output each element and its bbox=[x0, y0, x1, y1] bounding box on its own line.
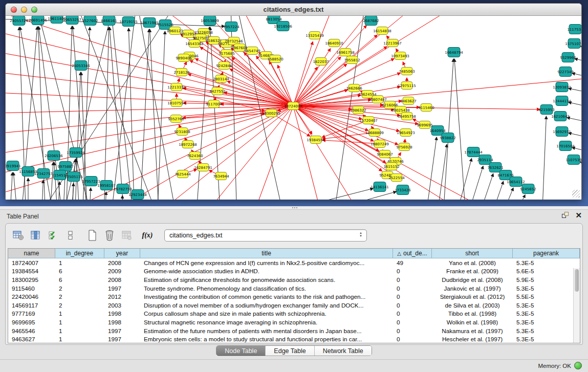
graph-node[interactable]: 9975887 bbox=[57, 162, 73, 171]
table-row[interactable]: 977716911998Corpus callosum shape and si… bbox=[8, 310, 580, 318]
graph-node[interactable]: 8215953 bbox=[538, 105, 554, 115]
graph-node[interactable]: 9117004 bbox=[206, 100, 222, 108]
network-view[interactable]: 2405572420691406196114061065325715276028… bbox=[6, 16, 581, 200]
graph-node[interactable]: 9084067 bbox=[377, 150, 393, 158]
graph-node[interactable]: 8427552 bbox=[209, 87, 225, 95]
graph-node[interactable]: 16154838 bbox=[373, 27, 391, 35]
column-header-pagerank[interactable]: pagerank bbox=[513, 249, 580, 258]
graph-node[interactable]: 10688809 bbox=[365, 129, 384, 137]
graph-node[interactable]: 12975115 bbox=[398, 82, 416, 90]
graph-node[interactable]: 7625444 bbox=[175, 170, 191, 178]
graph-node[interactable]: 12444134 bbox=[553, 96, 571, 106]
graph-node[interactable]: 15751074 bbox=[565, 39, 581, 49]
column-header-name[interactable]: name bbox=[8, 249, 55, 258]
graph-node[interactable]: 15692971 bbox=[553, 127, 571, 137]
graph-node[interactable]: 1107539 bbox=[565, 155, 581, 165]
table-mode-icon[interactable] bbox=[11, 228, 26, 243]
table-row[interactable]: 969969511998Structural magnetic resonanc… bbox=[8, 318, 580, 326]
window-resize-grip[interactable] bbox=[572, 190, 580, 198]
merge-icon[interactable] bbox=[63, 228, 78, 243]
table-row[interactable]: 1938455462009Genome-wide association stu… bbox=[8, 267, 580, 276]
network-window-titlebar[interactable]: citations_edges.txt bbox=[6, 4, 581, 16]
tab-edge-table[interactable]: Edge Table bbox=[266, 346, 314, 356]
graph-node[interactable]: 12213332 bbox=[167, 83, 186, 91]
graph-node[interactable]: 9756928 bbox=[396, 143, 412, 151]
graph-node[interactable]: 19654923 bbox=[397, 129, 415, 137]
graph-node[interactable]: 8466161 bbox=[101, 16, 117, 26]
vertical-scrollbar[interactable] bbox=[573, 268, 580, 343]
tab-network-table[interactable]: Network Table bbox=[315, 346, 372, 356]
column-header-in_degree[interactable]: in_degree bbox=[55, 249, 104, 258]
graph-node[interactable]: 7957224 bbox=[223, 22, 239, 32]
table-row[interactable]: 1872400712008Changes of HCN gene express… bbox=[8, 258, 580, 267]
graph-node[interactable]: 18107554 bbox=[167, 99, 186, 107]
graph-node[interactable]: 3919941 bbox=[6, 161, 21, 171]
graph-node[interactable]: 10671985 bbox=[140, 18, 159, 28]
graph-node[interactable]: 9175685 bbox=[219, 50, 234, 57]
select-rows-icon[interactable] bbox=[46, 228, 61, 243]
graph-node[interactable]: 10653257 bbox=[63, 16, 81, 25]
graph-node[interactable]: 1117534 bbox=[567, 25, 581, 34]
graph-node[interactable]: 1733426 bbox=[395, 185, 411, 195]
graph-node[interactable]: 9245652 bbox=[520, 184, 536, 194]
column-header-title[interactable]: title bbox=[140, 249, 393, 258]
graph-node[interactable]: 16210643 bbox=[551, 112, 570, 121]
float-panel-icon[interactable] bbox=[562, 212, 569, 219]
table-row[interactable]: 1830029562008Estimation of significance … bbox=[8, 275, 580, 284]
column-header-out_de[interactable]: △out_de... bbox=[393, 249, 432, 258]
graph-node[interactable]: 13325419 bbox=[306, 32, 324, 39]
graph-node[interactable]: 17016504 bbox=[556, 141, 575, 151]
graph-node[interactable]: 16053809 bbox=[201, 16, 219, 26]
graph-node[interactable]: 20206536 bbox=[45, 151, 63, 161]
graph-node[interactable]: 14136141 bbox=[371, 182, 389, 192]
show-columns-icon[interactable] bbox=[28, 228, 43, 243]
table-row[interactable]: 946362711997Embryonic stem cells: a mode… bbox=[8, 335, 580, 343]
graph-node[interactable]: 12093832 bbox=[553, 82, 571, 92]
graph-node[interactable]: 9115460 bbox=[418, 104, 434, 112]
graph-node[interactable]: 7634944 bbox=[213, 172, 229, 180]
graph-node[interactable]: 9242848 bbox=[216, 62, 232, 70]
graph-node[interactable]: 1822037 bbox=[313, 58, 329, 65]
column-header-short[interactable]: short bbox=[432, 249, 513, 258]
graph-node[interactable]: 20691406 bbox=[29, 16, 47, 25]
graph-node[interactable]: 7485063 bbox=[399, 68, 415, 75]
graph-node[interactable]: 7955812 bbox=[344, 56, 360, 64]
graph-node[interactable]: 9329966 bbox=[560, 53, 576, 62]
table-row[interactable]: 911546021997Tourette syndrome. Phenomeno… bbox=[8, 284, 580, 293]
graph-node[interactable]: 16284791 bbox=[194, 164, 212, 171]
new-column-icon[interactable] bbox=[84, 228, 100, 243]
table-row[interactable]: 2242004622012Investigating the contribut… bbox=[8, 292, 580, 301]
column-header-year[interactable]: year bbox=[104, 249, 140, 258]
graph-node[interactable]: 9227349 bbox=[557, 67, 573, 77]
graph-node[interactable]: 9938822 bbox=[440, 133, 455, 143]
graph-node[interactable]: 10973493 bbox=[391, 52, 409, 60]
graph-node[interactable]: 24055724 bbox=[10, 16, 28, 26]
import-table-icon[interactable] bbox=[119, 228, 135, 243]
graph-node[interactable]: 1527602 bbox=[82, 16, 98, 26]
graph-node[interactable]: 7624360 bbox=[187, 152, 203, 160]
scrollbar-thumb[interactable] bbox=[575, 269, 579, 292]
memory-status-indicator[interactable] bbox=[574, 362, 582, 369]
graph-node[interactable]: 25053346 bbox=[72, 61, 90, 71]
graph-node[interactable]: 9352768 bbox=[168, 115, 184, 123]
graph-node[interactable]: 18972268 bbox=[179, 141, 197, 148]
tab-node-table[interactable]: Node Table bbox=[216, 346, 266, 356]
close-panel-icon[interactable]: ✕ bbox=[575, 212, 582, 219]
graph-node[interactable]: 9699695 bbox=[417, 121, 432, 129]
graph-node[interactable]: 9463627 bbox=[400, 97, 416, 105]
graph-node[interactable]: 7986322 bbox=[350, 106, 366, 114]
table-selector-dropdown[interactable]: citations_edges.txt ▲▼ bbox=[164, 229, 367, 242]
graph-node[interactable]: 2803144 bbox=[213, 75, 229, 83]
delete-columns-icon[interactable] bbox=[102, 228, 117, 243]
graph-node[interactable]: 18640910 bbox=[325, 39, 343, 47]
graph-node[interactable]: 9231808 bbox=[174, 128, 190, 136]
graph-node[interactable]: 2522554 bbox=[388, 174, 405, 182]
table-row[interactable]: 1456911722003Disruption of a novel membe… bbox=[8, 301, 580, 310]
table-row[interactable]: 946554611997Estimation of the future num… bbox=[8, 326, 580, 335]
graph-node[interactable]: 1615152 bbox=[383, 163, 399, 170]
graph-node[interactable]: 16648794 bbox=[445, 48, 463, 57]
graph-node[interactable]: 2718126 bbox=[173, 69, 190, 76]
panel-splitter[interactable] bbox=[0, 206, 588, 210]
graph-node[interactable]: 16961758 bbox=[336, 49, 355, 56]
graph-node[interactable]: 1588520 bbox=[267, 55, 283, 63]
